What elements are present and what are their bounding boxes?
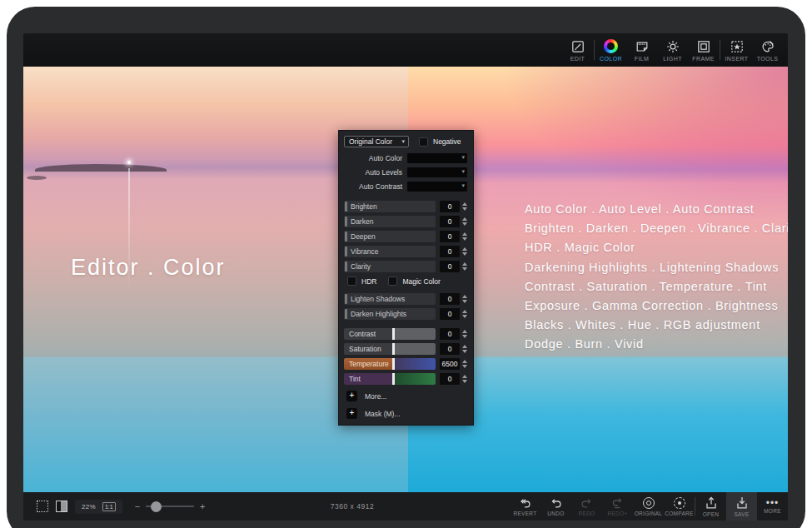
tab-tools-label: TOOLS: [757, 56, 779, 62]
tab-film[interactable]: FILM: [626, 39, 657, 62]
more-button[interactable]: + More...: [346, 390, 467, 402]
slider-handle[interactable]: [345, 217, 347, 227]
slider-handle[interactable]: [345, 294, 347, 304]
slider-handle[interactable]: [345, 262, 347, 271]
clarity-stepper[interactable]: [462, 262, 467, 271]
slider-handle[interactable]: [392, 328, 395, 340]
zoom-slider[interactable]: [146, 506, 194, 507]
brighten-stepper[interactable]: [462, 202, 467, 211]
open-label: OPEN: [703, 511, 720, 517]
more-menu-button[interactable]: ••• MORE: [757, 492, 788, 521]
tint-slider[interactable]: Tint: [344, 373, 436, 385]
magic-color-checkbox[interactable]: [388, 276, 397, 286]
zoom-in-button[interactable]: +: [200, 502, 205, 511]
revert-button[interactable]: REVERT: [510, 492, 541, 521]
temperature-track[interactable]: [392, 358, 436, 370]
slider-handle[interactable]: [345, 232, 347, 242]
lighten-shadows-slider[interactable]: Lighten Shadows: [344, 293, 436, 305]
tint-track[interactable]: [392, 373, 436, 385]
tab-frame[interactable]: FRAME: [688, 39, 719, 62]
mask-button-label: Mask (M)...: [365, 410, 401, 418]
slider-handle[interactable]: [345, 247, 347, 257]
photo-canvas[interactable]: Editor . Color Auto Color . Auto Level .…: [23, 67, 788, 492]
redo-plus-button[interactable]: REDO+: [602, 492, 633, 521]
slider-handle[interactable]: [392, 358, 395, 370]
darken-slider[interactable]: Darken: [344, 216, 436, 227]
darken-value[interactable]: 0: [440, 216, 460, 227]
saturation-value[interactable]: 0: [440, 343, 460, 355]
darken-highlights-value[interactable]: 0: [440, 308, 460, 320]
hdr-checkbox[interactable]: [347, 276, 356, 286]
save-button[interactable]: SAVE: [726, 492, 757, 521]
lighten-shadows-stepper[interactable]: [462, 295, 467, 303]
more-button-label: More...: [365, 392, 386, 401]
slider-handle[interactable]: [392, 343, 395, 355]
feature-line: Exposure . Gamma Correction . Brightness: [525, 296, 788, 316]
auto-levels-dropdown[interactable]: ▾: [407, 167, 467, 177]
temperature-label: Temperature: [344, 358, 392, 370]
darken-stepper[interactable]: [462, 217, 467, 226]
compare-button[interactable]: COMPARE: [664, 492, 695, 521]
ratio-1-1-button[interactable]: 1:1: [102, 502, 116, 511]
brighten-slider[interactable]: Brighten: [344, 201, 436, 212]
color-wheel-icon: [604, 39, 618, 54]
slider-handle[interactable]: [345, 309, 347, 319]
clarity-value[interactable]: 0: [440, 261, 460, 272]
more-icon: •••: [766, 500, 780, 506]
app-window: EDIT COLOR FILM: [23, 33, 788, 521]
deepen-value[interactable]: 0: [440, 231, 460, 242]
contrast-slider[interactable]: Contrast: [344, 328, 436, 340]
tint-value[interactable]: 0: [440, 373, 460, 385]
saturation-stepper[interactable]: [462, 345, 467, 353]
slider-handle[interactable]: [392, 373, 395, 385]
original-button[interactable]: ORIGINAL: [633, 492, 664, 521]
zoom-level: 22%: [82, 503, 96, 511]
slider-handle[interactable]: [345, 202, 347, 212]
tab-light[interactable]: LIGHT: [657, 39, 688, 62]
contrast-label: Contrast: [344, 328, 392, 340]
transform-grid-icon[interactable]: [37, 501, 48, 512]
light-icon: [665, 39, 680, 54]
tab-edit[interactable]: EDIT: [562, 39, 593, 62]
bottom-toolbar: 22% 1:1 − + 7360 x 4912 REVERT: [23, 492, 788, 521]
brighten-value[interactable]: 0: [440, 201, 460, 212]
saturation-slider[interactable]: Saturation: [344, 343, 436, 355]
contrast-stepper[interactable]: [462, 330, 467, 338]
undo-button[interactable]: UNDO: [541, 492, 571, 521]
rock-silhouette: [27, 176, 47, 180]
deepen-slider[interactable]: Deepen: [344, 231, 436, 242]
tint-stepper[interactable]: [462, 375, 467, 383]
lighten-shadows-value[interactable]: 0: [440, 293, 460, 305]
deepen-stepper[interactable]: [462, 232, 467, 241]
auto-contrast-dropdown[interactable]: ▾: [407, 182, 467, 192]
temperature-slider[interactable]: Temperature: [344, 358, 436, 370]
contrast-value[interactable]: 0: [440, 328, 460, 340]
vibrance-slider[interactable]: Vibrance: [344, 246, 436, 257]
feature-list: Auto Color . Auto Level . Auto Contrast …: [525, 200, 788, 355]
zoom-out-button[interactable]: −: [135, 502, 140, 511]
saturation-track[interactable]: [392, 343, 436, 355]
contrast-track[interactable]: [392, 328, 436, 340]
open-button[interactable]: OPEN: [695, 492, 726, 521]
temperature-value[interactable]: 6500: [440, 358, 460, 370]
chevron-down-icon: ▾: [461, 154, 465, 161]
darken-highlights-label: Darken Highlights: [351, 308, 406, 320]
canvas-split-icon[interactable]: [56, 501, 67, 512]
zoom-slider-handle[interactable]: [151, 501, 162, 512]
auto-color-dropdown[interactable]: ▾: [407, 153, 467, 163]
darken-highlights-slider[interactable]: Darken Highlights: [344, 308, 436, 320]
clarity-slider[interactable]: Clarity: [344, 261, 436, 272]
negative-label: Negative: [433, 137, 461, 146]
mask-button[interactable]: + Mask (M)...: [346, 407, 467, 420]
clarity-label: Clarity: [351, 261, 371, 272]
preset-dropdown[interactable]: Original Color ▾: [344, 136, 409, 147]
negative-checkbox[interactable]: [419, 137, 428, 147]
tab-insert[interactable]: INSERT: [721, 39, 752, 62]
vibrance-value[interactable]: 0: [440, 246, 460, 257]
vibrance-stepper[interactable]: [462, 247, 467, 256]
tab-color[interactable]: COLOR: [595, 39, 626, 62]
redo-button[interactable]: REDO: [571, 492, 602, 521]
tab-tools[interactable]: TOOLS: [752, 39, 783, 62]
temperature-stepper[interactable]: [462, 360, 467, 368]
darken-highlights-stepper[interactable]: [462, 310, 467, 318]
